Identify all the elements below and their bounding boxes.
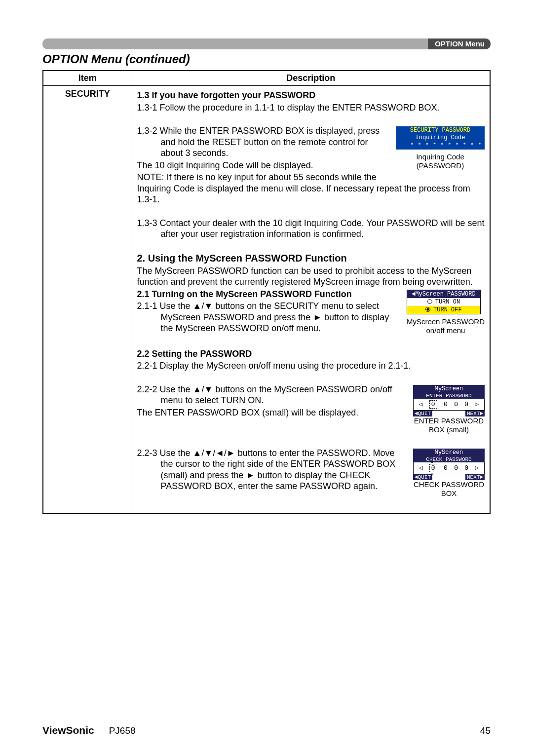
ms-opt-off-label: TURN OFF bbox=[433, 306, 462, 313]
item-security: SECURITY bbox=[43, 86, 132, 514]
pw-check-d0: 0 bbox=[429, 464, 437, 472]
ic-stars: * * * * * * * * * * bbox=[396, 142, 485, 150]
ic-title: SECURITY PASSWORD bbox=[396, 126, 485, 134]
step-1-3-1: 1.3-1 Follow the procedure in 1.1-1 to d… bbox=[137, 102, 485, 113]
enter-password-figure: MyScreen ENTER PASSWORD ◁ 0 0 0 0 ▷ ◄QUI… bbox=[413, 385, 485, 434]
pw-check-d1: 0 bbox=[444, 464, 448, 472]
pw-enter-t2: ENTER PASSWORD bbox=[413, 393, 485, 399]
pw-check-cap1: CHECK PASSWORD bbox=[413, 480, 485, 489]
pw-check-d2: 0 bbox=[454, 464, 458, 472]
pw-check-t2: CHECK PASSWORD bbox=[413, 456, 485, 462]
myscreen-onoff-figure: ◄MyScreen PASSWORD TURN ON TURN OFF MySc… bbox=[407, 290, 485, 335]
pw-enter-next: NEXT► bbox=[465, 411, 485, 416]
footer-brand: ViewSonic bbox=[42, 724, 94, 736]
heading-2-2: 2.2 Setting the PASSWORD bbox=[137, 348, 485, 360]
ms-opt-on-label: TURN ON bbox=[435, 299, 460, 305]
heading-1-3: 1.3 If you have forgotten your PASSWORD bbox=[137, 90, 485, 101]
body-2: The MyScreen PASSWORD function can be us… bbox=[137, 265, 485, 288]
ic-caption2: (PASSWORD) bbox=[396, 161, 485, 170]
pw-enter-d0: 0 bbox=[429, 400, 437, 409]
pw-check-d3: 0 bbox=[464, 464, 468, 472]
ms-opt-on: TURN ON bbox=[407, 298, 480, 306]
pw-enter-t1: MyScreen bbox=[413, 385, 485, 393]
pw-check-t1: MyScreen bbox=[413, 449, 485, 456]
inquiring-code-figure: SECURITY PASSWORD Inquiring Code * * * *… bbox=[396, 126, 485, 170]
pw-enter-cap2: BOX (small) bbox=[413, 425, 485, 434]
col-description: Description bbox=[132, 71, 490, 86]
pw-enter-d2: 0 bbox=[454, 401, 458, 408]
header-tab: OPTION Menu bbox=[428, 38, 491, 49]
section-title: OPTION Menu (continued) bbox=[42, 52, 491, 66]
ic-caption1: Inquiring Code bbox=[396, 152, 485, 161]
pw-enter-digits: ◁ 0 0 0 0 ▷ bbox=[413, 399, 485, 411]
header-bar: OPTION Menu bbox=[42, 38, 491, 49]
ms-opt-off: TURN OFF bbox=[407, 306, 480, 314]
manual-table: Item Description SECURITY 1.3 If you hav… bbox=[42, 70, 491, 514]
pw-enter-d1: 0 bbox=[444, 401, 448, 408]
footer-page-number: 45 bbox=[480, 725, 491, 736]
pw-enter-cap1: ENTER PASSWORD bbox=[413, 416, 485, 425]
step-2-2-1: 2.2-1 Display the MyScreen on/off menu u… bbox=[137, 360, 485, 372]
ms-caption1: MyScreen PASSWORD bbox=[407, 317, 485, 326]
ms-caption2: on/off menu bbox=[407, 326, 485, 335]
pw-enter-d3: 0 bbox=[464, 401, 468, 408]
pw-check-cap2: BOX bbox=[413, 489, 485, 498]
footer: ViewSonic PJ658 45 bbox=[42, 724, 491, 736]
footer-model: PJ658 bbox=[109, 725, 136, 736]
pw-check-digits: ◁ 0 0 0 0 ▷ bbox=[413, 462, 485, 474]
check-password-figure: MyScreen CHECK PASSWORD ◁ 0 0 0 0 ▷ ◄QUI… bbox=[413, 449, 485, 498]
pw-enter-quit: ◄QUIT bbox=[413, 411, 432, 416]
pw-check-next: NEXT► bbox=[465, 474, 485, 480]
step-1-3-3: 1.3-3 Contact your dealer with the 10 di… bbox=[137, 218, 485, 240]
ic-sub: Inquiring Code bbox=[396, 134, 485, 142]
col-item: Item bbox=[43, 71, 132, 86]
ms-title: ◄MyScreen PASSWORD bbox=[407, 290, 480, 298]
pw-check-quit: ◄QUIT bbox=[413, 474, 432, 480]
heading-2: 2. Using the MyScreen PASSWORD Function bbox=[137, 252, 485, 265]
step-1-3-2c: NOTE: If there is no key input for about… bbox=[137, 172, 485, 205]
